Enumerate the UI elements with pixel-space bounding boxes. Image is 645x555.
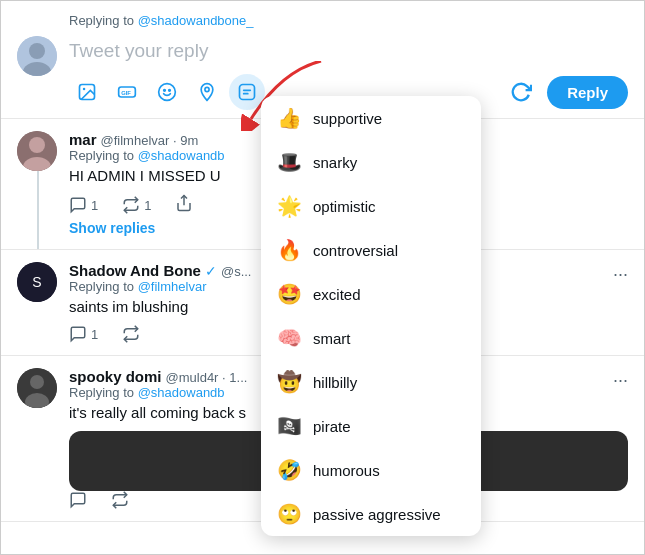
reply-count-tweet-mar: 1 [91,198,98,213]
replying-link-tweet-spooky[interactable]: @shadowandb [138,385,225,400]
tone-label-excited: excited [313,286,361,303]
reply-action-tweet-mar[interactable]: 1 [69,196,98,214]
svg-rect-11 [240,85,255,100]
tone-emoji-controversial: 🔥 [277,238,301,262]
svg-point-7 [159,84,176,101]
svg-point-4 [83,88,86,91]
image-icon-button[interactable] [69,74,105,110]
tone-label-hillbilly: hillbilly [313,374,357,391]
svg-point-14 [29,137,45,153]
tone-emoji-supportive: 👍 [277,106,301,130]
tone-label-controversial: controversial [313,242,398,259]
replying-to-handle[interactable]: @shadowandbone_ [138,13,254,28]
svg-point-9 [169,90,171,92]
tone-label-snarky: snarky [313,154,357,171]
svg-point-1 [29,43,45,59]
avatar-tweet-mar [17,131,57,171]
tone-label-smart: smart [313,330,351,347]
tone-item-humorous[interactable]: 🤣 humorous [261,448,481,492]
tone-emoji-smart: 🧠 [277,326,301,350]
tone-item-passive aggressive[interactable]: 🙄 passive aggressive [261,492,481,536]
svg-point-10 [205,87,209,91]
tone-emoji-snarky: 🎩 [277,150,301,174]
emoji-icon-button[interactable] [149,74,185,110]
tone-label-humorous: humorous [313,462,380,479]
tone-item-smart[interactable]: 🧠 smart [261,316,481,360]
tone-emoji-excited: 🤩 [277,282,301,306]
tweet-handle-tweet-spooky: @muld4r · 1... [166,370,248,385]
svg-text:GIF: GIF [121,90,131,96]
composer-avatar [17,36,57,76]
share-button-tweet-mar[interactable] [175,194,193,216]
tone-item-pirate[interactable]: 🏴‍☠️ pirate [261,404,481,448]
tone-icon-button[interactable] [229,74,265,110]
tweet-reply-input[interactable] [69,36,628,66]
thread-line-tweet-mar [37,171,39,249]
replying-to-text: Replying to [69,13,134,28]
avatar-tweet-spooky [17,368,57,408]
tone-item-excited[interactable]: 🤩 excited [261,272,481,316]
tone-label-pirate: pirate [313,418,351,435]
composer-icons: GIF [69,74,265,110]
retweet-count-tweet-mar: 1 [144,198,151,213]
tone-dropdown: 👍 supportive 🎩 snarky 🌟 optimistic 🔥 con… [261,96,481,536]
retweet-action-tweet-mar[interactable]: 1 [122,196,151,214]
tone-label-supportive: supportive [313,110,382,127]
tone-item-supportive[interactable]: 👍 supportive [261,96,481,140]
location-icon-button[interactable] [189,74,225,110]
tone-emoji-humorous: 🤣 [277,458,301,482]
more-button-tweet-shadowbone[interactable]: ··· [613,264,628,285]
retweet-action-tweet-shadowbone[interactable] [122,325,140,343]
tone-label-optimistic: optimistic [313,198,376,215]
tweet-name-tweet-mar: mar [69,131,97,148]
tone-emoji-passive aggressive: 🙄 [277,502,301,526]
refresh-icon-button[interactable] [503,74,539,110]
tweet-name-tweet-shadowbone: Shadow And Bone [69,262,201,279]
reply-action-tweet-shadowbone[interactable]: 1 [69,325,98,343]
avatar-tweet-shadowbone: S [17,262,57,302]
tone-emoji-pirate: 🏴‍☠️ [277,414,301,438]
more-button-tweet-spooky[interactable]: ··· [613,370,628,391]
replying-link-tweet-shadowbone[interactable]: @filmhelvar [138,279,207,294]
tone-emoji-hillbilly: 🤠 [277,370,301,394]
svg-point-8 [164,90,166,92]
reply-count-tweet-shadowbone: 1 [91,327,98,342]
tone-item-hillbilly[interactable]: 🤠 hillbilly [261,360,481,404]
reply-button[interactable]: Reply [547,76,628,109]
show-replies-button-tweet-mar[interactable]: Show replies [69,216,155,236]
verified-badge-tweet-shadowbone: ✓ [205,263,217,279]
tone-emoji-optimistic: 🌟 [277,194,301,218]
gif-icon-button[interactable]: GIF [109,74,145,110]
tone-item-controversial[interactable]: 🔥 controversial [261,228,481,272]
tweet-handle-tweet-shadowbone: @s... [221,264,252,279]
svg-text:S: S [32,274,41,290]
replying-to-label: Replying to @shadowandbone_ [69,13,628,28]
tone-item-optimistic[interactable]: 🌟 optimistic [261,184,481,228]
reply-action-tweet-spooky[interactable] [69,491,87,509]
retweet-action-tweet-spooky[interactable] [111,491,129,509]
replying-link-tweet-mar[interactable]: @shadowandb [138,148,225,163]
tone-item-snarky[interactable]: 🎩 snarky [261,140,481,184]
tone-label-passive aggressive: passive aggressive [313,506,441,523]
tweet-handle-tweet-mar: @filmhelvar · 9m [101,133,199,148]
tweet-name-tweet-spooky: spooky domi [69,368,162,385]
svg-point-20 [30,375,44,389]
